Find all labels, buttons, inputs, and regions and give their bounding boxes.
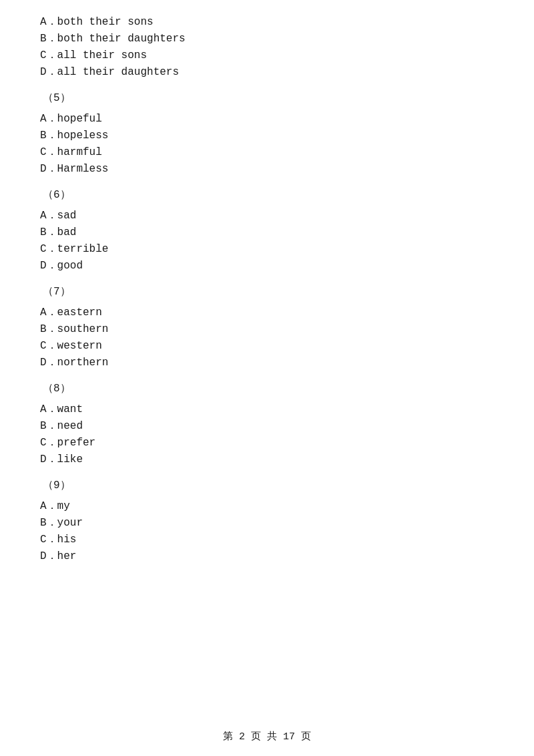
option-9c: C．his xyxy=(40,531,494,548)
option-6b: B．bad xyxy=(40,224,494,240)
page-footer: 第 2 页 共 17 页 xyxy=(0,730,534,743)
option-4d: D．all their daughters xyxy=(40,63,494,80)
option-8a: A．want xyxy=(40,401,494,417)
option-4b: B．both their daughters xyxy=(40,30,494,47)
option-4a: A．both their sons xyxy=(40,13,494,30)
option-8b: B．need xyxy=(40,417,494,434)
option-5a: A．hopeful xyxy=(40,110,494,127)
option-7c: C．western xyxy=(40,337,494,354)
question-block-6: （6） A．sad B．bad C．terrible D．good xyxy=(40,188,494,274)
question-number-5: （5） xyxy=(43,91,494,105)
option-6a: A．sad xyxy=(40,207,494,224)
option-7d: D．northern xyxy=(40,354,494,371)
option-5c: C．harmful xyxy=(40,144,494,160)
option-6d: D．good xyxy=(40,257,494,274)
question-block-9: （9） A．my B．your C．his D．her xyxy=(40,478,494,564)
option-5d: D．Harmless xyxy=(40,160,494,177)
question-number-8: （8） xyxy=(43,381,494,395)
option-9a: A．my xyxy=(40,498,494,514)
option-4c: C．all their sons xyxy=(40,47,494,63)
question-number-7: （7） xyxy=(43,285,494,299)
option-7a: A．eastern xyxy=(40,304,494,321)
option-9d: D．her xyxy=(40,548,494,564)
option-8d: D．like xyxy=(40,451,494,467)
option-5b: B．hopeless xyxy=(40,127,494,144)
question-block-7: （7） A．eastern B．southern C．western D．nor… xyxy=(40,285,494,371)
question-block-8: （8） A．want B．need C．prefer D．like xyxy=(40,381,494,467)
question-block-4: A．both their sons B．both their daughters… xyxy=(40,13,494,80)
option-9b: B．your xyxy=(40,514,494,531)
question-number-6: （6） xyxy=(43,188,494,202)
option-6c: C．terrible xyxy=(40,240,494,257)
option-8c: C．prefer xyxy=(40,434,494,451)
question-block-5: （5） A．hopeful B．hopeless C．harmful D．Har… xyxy=(40,91,494,177)
option-7b: B．southern xyxy=(40,321,494,337)
question-number-9: （9） xyxy=(43,478,494,492)
main-content: A．both their sons B．both their daughters… xyxy=(0,0,534,604)
